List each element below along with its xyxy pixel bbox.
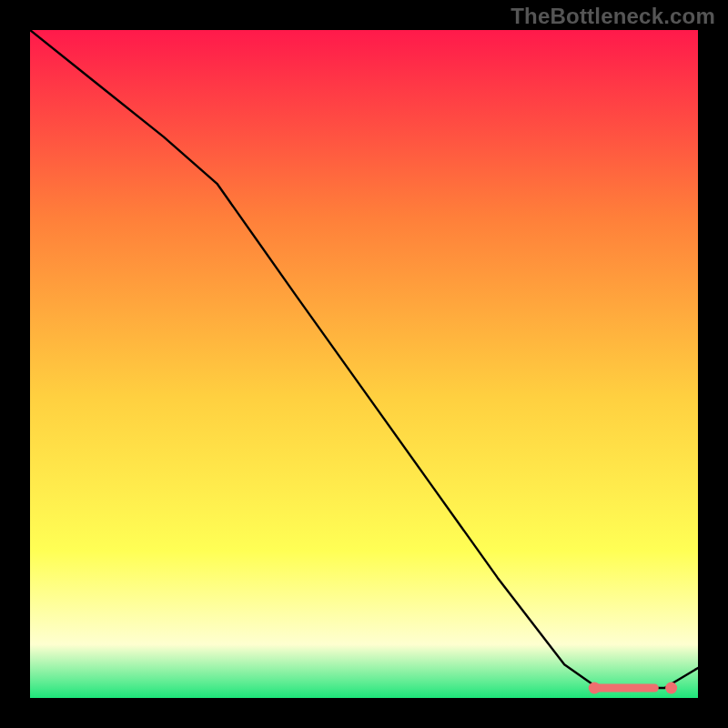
plot-area — [30, 30, 698, 698]
watermark-text: TheBottleneck.com — [511, 4, 715, 29]
chart-frame: TheBottleneck.com — [0, 0, 728, 728]
gradient-background — [30, 30, 698, 698]
marker-start — [589, 682, 601, 693]
plot-svg — [30, 30, 698, 698]
marker-end — [665, 682, 677, 693]
